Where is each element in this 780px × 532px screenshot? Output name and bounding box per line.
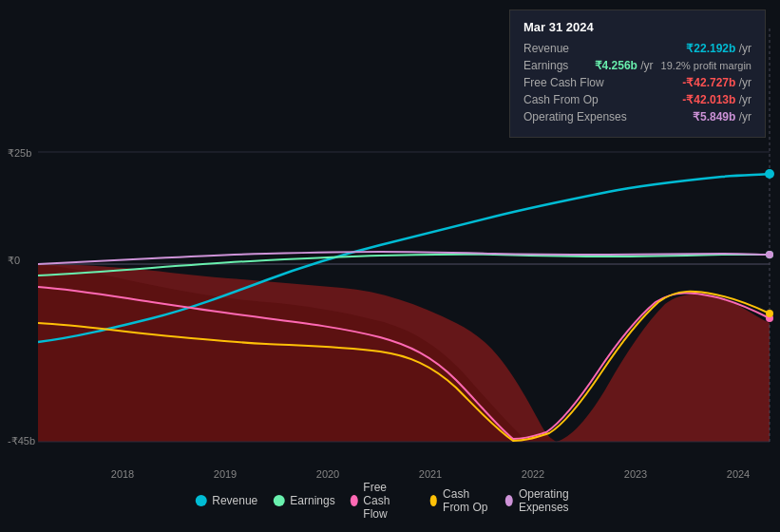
- tooltip-date: Mar 31 2024: [523, 20, 751, 34]
- legend-revenue-dot: [195, 495, 206, 506]
- legend-fcf-dot: [351, 495, 358, 506]
- tooltip-opex-row: Operating Expenses ₹5.849b /yr: [523, 110, 751, 124]
- opex-dot: [766, 251, 773, 258]
- x-label-2019: 2019: [214, 468, 237, 480]
- legend-cashfromop-dot: [429, 495, 437, 506]
- y-label-top: ₹25b: [8, 147, 31, 160]
- x-label-2022: 2022: [522, 468, 544, 480]
- x-label-2018: 2018: [111, 468, 134, 480]
- x-label-2024: 2024: [727, 468, 750, 480]
- x-label-2021: 2021: [419, 468, 442, 480]
- tooltip-profit-margin: 19.2% profit margin: [661, 60, 751, 71]
- chart-legend: Revenue Earnings Free Cash Flow Cash Fro…: [195, 481, 585, 521]
- tooltip-opex-value: ₹5.849b /yr: [693, 110, 751, 124]
- tooltip-earnings-row: Earnings ₹4.256b /yr 19.2% profit margin: [523, 59, 751, 72]
- tooltip-earnings-value: ₹4.256b /yr: [595, 59, 654, 72]
- legend-earnings: Earnings: [273, 494, 334, 507]
- tooltip-opex-label: Operating Expenses: [523, 110, 627, 124]
- legend-fcf-label: Free Cash Flow: [363, 481, 414, 521]
- legend-earnings-dot: [273, 495, 284, 506]
- legend-cashfromop: Cash From Op: [429, 487, 490, 514]
- tooltip-revenue-value: ₹22.192b /yr: [686, 42, 751, 55]
- tooltip-cashfromop-label: Cash From Op: [523, 93, 599, 106]
- y-label-bottom: -₹45b: [8, 435, 35, 447]
- tooltip-fcf-value: -₹42.727b /yr: [682, 76, 751, 89]
- data-tooltip: Mar 31 2024 Revenue ₹22.192b /yr Earning…: [509, 10, 766, 138]
- tooltip-fcf-label: Free Cash Flow: [523, 76, 604, 89]
- legend-opex-label: Operating Expenses: [519, 487, 585, 514]
- x-label-2023: 2023: [624, 468, 647, 480]
- legend-revenue: Revenue: [195, 494, 257, 507]
- legend-revenue-label: Revenue: [212, 494, 257, 507]
- legend-opex: Operating Expenses: [505, 487, 585, 514]
- cashfromop-dot: [766, 310, 773, 317]
- x-label-2020: 2020: [316, 468, 339, 480]
- legend-earnings-label: Earnings: [290, 494, 334, 507]
- tooltip-fcf-row: Free Cash Flow -₹42.727b /yr: [523, 76, 751, 89]
- tooltip-earnings-label: Earnings: [523, 59, 568, 72]
- legend-cashfromop-label: Cash From Op: [443, 487, 490, 514]
- legend-fcf: Free Cash Flow: [351, 481, 415, 521]
- revenue-dot: [765, 169, 774, 179]
- tooltip-revenue-row: Revenue ₹22.192b /yr: [523, 42, 751, 55]
- tooltip-revenue-label: Revenue: [523, 42, 569, 55]
- y-label-mid: ₹0: [8, 255, 20, 267]
- tooltip-cashfromop-row: Cash From Op -₹42.013b /yr: [523, 93, 751, 106]
- tooltip-cashfromop-value: -₹42.013b /yr: [682, 93, 751, 106]
- tooltip-earnings-value-group: ₹4.256b /yr 19.2% profit margin: [595, 59, 751, 72]
- legend-opex-dot: [505, 495, 513, 506]
